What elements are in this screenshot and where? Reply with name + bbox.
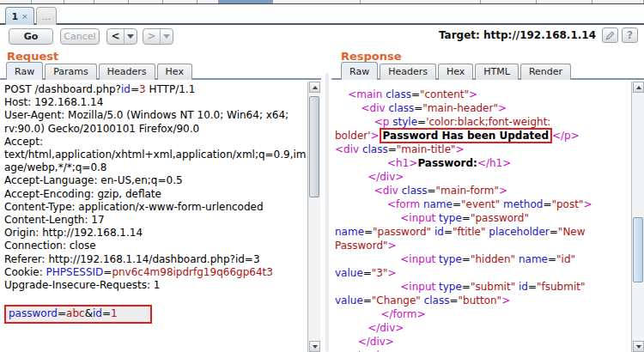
- repeater-tab-bar: 1 × ...: [0, 4, 644, 25]
- request-tab-headers[interactable]: Headers: [99, 64, 155, 80]
- request-line: Connection: close: [4, 240, 307, 252]
- request-line: Content-Length: 17: [4, 214, 307, 227]
- next-request-button[interactable]: >: [143, 28, 173, 45]
- request-line: Content-Type: application/x-www-form-url…: [4, 201, 307, 214]
- response-tab-row: RawHeadersHexHTMLRender: [331, 63, 644, 80]
- request-scrollbar[interactable]: [307, 82, 320, 352]
- help-button[interactable]: ?: [622, 27, 638, 43]
- request-tab-hex[interactable]: Hex: [157, 64, 192, 80]
- response-scrollbar-thumb[interactable]: [633, 217, 643, 282]
- response-line: </div>: [335, 335, 631, 349]
- target-url: Target: http://192.168.1.14: [439, 29, 596, 41]
- response-line: </div>: [335, 321, 631, 335]
- request-scrollbar-thumb[interactable]: [309, 96, 319, 197]
- main-tab-cell[interactable]: [537, 0, 592, 3]
- repeater-tab-1-label: 1: [11, 11, 18, 22]
- scroll-down-icon[interactable]: [309, 341, 320, 352]
- response-viewer[interactable]: <main class="content"> <div class="main-…: [331, 82, 631, 352]
- response-line: <main class="content">: [335, 88, 631, 101]
- request-line: Host: 192.168.1.14: [4, 96, 307, 109]
- scroll-down-icon[interactable]: [633, 341, 644, 352]
- request-line: User-Agent: Mozilla/5.0 (Windows NT 10.0…: [4, 109, 307, 122]
- response-line: <input type="submit" id="fsubmit": [335, 280, 631, 294]
- response-tab-render[interactable]: Render: [520, 64, 571, 80]
- main-tab-cell[interactable]: [219, 0, 273, 3]
- main-tab-cell[interactable]: [361, 0, 481, 3]
- request-tab-params[interactable]: Params: [45, 64, 97, 80]
- request-line: Origin: http://192.168.1.14: [4, 227, 307, 240]
- edit-target-button[interactable]: [602, 27, 618, 43]
- request-panel-title: Request: [7, 50, 58, 63]
- question-icon: ?: [627, 29, 633, 41]
- request-line: Accept-Encoding: gzip, deflate: [4, 188, 307, 201]
- response-panel-title: Response: [341, 50, 402, 63]
- go-button[interactable]: Go: [9, 28, 53, 45]
- request-highlight-box: password=abc&id=1: [4, 305, 152, 323]
- previous-request-label: <: [107, 29, 125, 44]
- main-tab-cell[interactable]: [592, 0, 644, 3]
- response-line: <div class="main-title">: [335, 143, 631, 156]
- burp-repeater-window: 1 × ... Go Cancel < > Target: http://192…: [0, 0, 644, 352]
- cancel-button[interactable]: Cancel: [60, 28, 100, 45]
- main-tab-cell[interactable]: [273, 0, 361, 3]
- request-tab-raw[interactable]: Raw: [6, 62, 43, 80]
- response-tab-raw[interactable]: Raw: [341, 62, 378, 80]
- scroll-up-icon[interactable]: [309, 82, 320, 93]
- main-tab-cell[interactable]: [197, 0, 219, 3]
- main-tab-cell[interactable]: [94, 0, 129, 3]
- response-tab-html[interactable]: HTML: [475, 64, 519, 80]
- repeater-tab-1[interactable]: 1 ×: [5, 7, 34, 25]
- main-tab-cell[interactable]: [129, 0, 163, 3]
- response-scrollbar[interactable]: [631, 82, 644, 352]
- next-request-label: >: [143, 29, 161, 44]
- response-line: bolder'>Password Has been Updated</p>: [335, 129, 631, 143]
- request-line: Upgrade-Insecure-Requests: 1: [4, 279, 307, 292]
- request-line: rv:90.0) Gecko/20100101 Firefox/90.0: [4, 123, 307, 136]
- request-line: [4, 292, 307, 305]
- new-tab-label: ...: [42, 11, 52, 22]
- new-tab-button[interactable]: ...: [36, 7, 57, 25]
- request-line: Accept-Language: en-US,en;q=0.5: [4, 174, 307, 187]
- close-tab-icon[interactable]: ×: [21, 12, 28, 21]
- main-tab-cell[interactable]: [481, 0, 537, 3]
- request-line: text/html,application/xhtml+xml,applicat…: [4, 149, 307, 161]
- response-tab-headers[interactable]: Headers: [380, 64, 436, 80]
- response-line: <div class="main-header">: [335, 101, 631, 115]
- previous-dropdown[interactable]: [125, 29, 137, 44]
- scroll-up-icon[interactable]: [633, 82, 644, 93]
- main-tab-cell[interactable]: [32, 0, 64, 3]
- response-line: <div class="main-form">: [335, 184, 631, 197]
- main-tab-cell[interactable]: [64, 0, 94, 3]
- repeater-toolbar: Go Cancel < > Target: http://192.168.1.1…: [0, 27, 644, 47]
- response-line: </div>: [335, 170, 631, 184]
- request-editor[interactable]: POST /dashboard.php?id=3 HTTP/1.1Host: 1…: [0, 82, 307, 352]
- request-line: Accept:: [4, 136, 307, 149]
- next-dropdown[interactable]: [161, 29, 173, 44]
- request-line: Referer: http://192.168.1.14/dashboard.p…: [4, 253, 307, 266]
- response-tab-hex[interactable]: Hex: [438, 64, 473, 80]
- previous-request-button[interactable]: <: [106, 28, 137, 45]
- chevron-down-icon: [127, 34, 134, 39]
- panel-splitter[interactable]: [324, 47, 330, 352]
- response-line: Password">: [335, 239, 631, 252]
- target-bar: Target: http://192.168.1.14 ?: [439, 27, 638, 43]
- response-line: </main>: [335, 349, 631, 352]
- response-line: name="password" id="ftitle" placeholder=…: [335, 225, 631, 239]
- response-line: value="Change" class="button">: [335, 294, 631, 307]
- pencil-icon: [605, 31, 615, 40]
- response-line: </form>: [335, 307, 631, 321]
- response-line: <form name="event" method="post">: [335, 197, 631, 211]
- response-line: <p style='color:black;font-weight:: [335, 115, 631, 129]
- response-line: <input type="password": [335, 211, 631, 225]
- request-line: age/webp,*/*;q=0.8: [4, 161, 307, 174]
- main-tab-cell[interactable]: [163, 0, 197, 3]
- request-line: password=abc&id=1: [4, 305, 307, 323]
- chevron-down-icon: [163, 34, 170, 39]
- response-line: value="3">: [335, 266, 631, 280]
- request-tab-row: RawParamsHeadersHex: [0, 63, 321, 80]
- main-tab-cell[interactable]: [0, 0, 32, 3]
- request-line: Cookie: PHPSESSID=pnv6c4m98ipdrfg19q66gp…: [4, 266, 307, 279]
- request-line: POST /dashboard.php?id=3 HTTP/1.1: [4, 83, 307, 96]
- response-line: <h1>Password:</h1>: [335, 156, 631, 170]
- response-line: <input type="hidden" name="id": [335, 252, 631, 266]
